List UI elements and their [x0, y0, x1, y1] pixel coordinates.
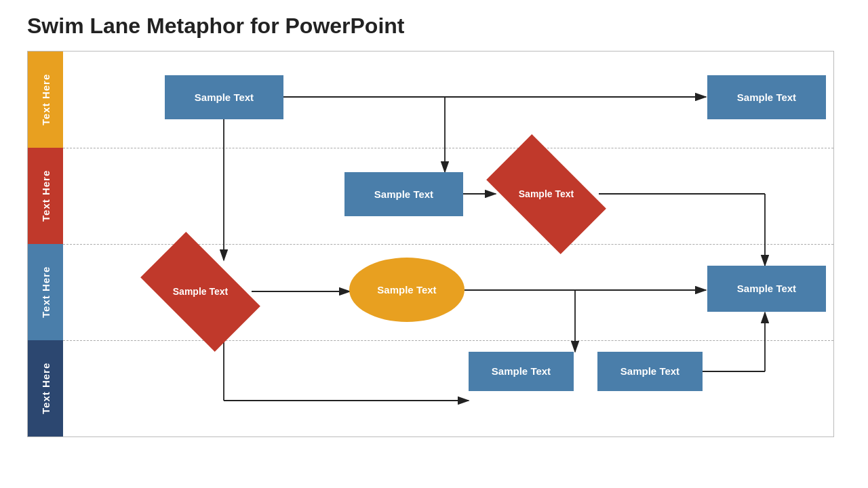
shape-r4: Sample Text: [707, 266, 826, 312]
shape-r2: Sample Text: [707, 75, 826, 119]
shape-r5: Sample Text: [469, 352, 574, 391]
lane-label-1: Text Here: [28, 52, 63, 148]
shape-r3: Sample Text: [344, 172, 463, 216]
shape-d1: Sample Text: [494, 162, 599, 226]
shape-d2: Sample Text: [148, 260, 253, 324]
flow-area: Sample Text Sample Text Sample Text Samp…: [63, 52, 833, 436]
lane-divider-1: [63, 148, 833, 148]
lane-label-3: Text Here: [28, 244, 63, 340]
shape-r1: Sample Text: [165, 75, 283, 119]
shape-e1: Sample Text: [349, 258, 465, 322]
diagram-container: Text Here Text Here Text Here Text Here: [27, 51, 834, 437]
lane-divider-3: [63, 340, 833, 341]
page: Swim Lane Metaphor for PowerPoint Text H…: [0, 0, 868, 488]
shape-r6: Sample Text: [597, 352, 703, 391]
lanes-column: Text Here Text Here Text Here Text Here: [28, 52, 63, 436]
lane-label-2: Text Here: [28, 148, 63, 244]
lane-label-4: Text Here: [28, 340, 63, 436]
page-title: Swim Lane Metaphor for PowerPoint: [27, 14, 841, 39]
